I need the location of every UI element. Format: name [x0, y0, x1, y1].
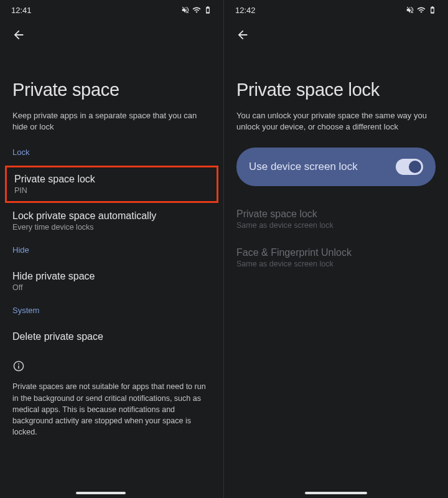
- setting-title: Hide private space: [12, 271, 211, 282]
- screen-private-space-lock: 12:42 Private space lock You can unlock …: [224, 0, 448, 498]
- setting-delete-space[interactable]: Delete private space: [12, 324, 211, 351]
- nav-handle[interactable]: [305, 492, 367, 494]
- page-title: Private space lock: [236, 80, 436, 100]
- option-sub: Same as device screen lock: [236, 221, 436, 230]
- status-bar: 12:41: [0, 0, 223, 20]
- setting-auto-lock[interactable]: Lock private space automatically Every t…: [12, 203, 211, 239]
- option-private-space-lock: Private space lock Same as device screen…: [236, 202, 436, 241]
- setting-title: Delete private space: [12, 331, 211, 342]
- wifi-icon: [417, 6, 426, 14]
- status-bar: 12:42: [224, 0, 448, 20]
- option-title: Private space lock: [236, 209, 436, 220]
- setting-title: Lock private space automatically: [12, 210, 211, 222]
- section-header-lock: Lock: [12, 148, 211, 157]
- arrow-left-icon: [236, 28, 250, 42]
- back-button[interactable]: [11, 27, 26, 42]
- info-icon: [12, 360, 211, 375]
- setting-sub: Off: [12, 283, 211, 292]
- page-subtitle: Keep private apps in a separate space th…: [12, 110, 211, 133]
- battery-icon: [428, 6, 437, 14]
- mute-icon: [181, 6, 190, 14]
- toggle-use-device-lock[interactable]: Use device screen lock: [236, 148, 436, 186]
- setting-sub: PIN: [14, 186, 209, 195]
- status-icons: [181, 6, 212, 14]
- back-row: [224, 20, 448, 46]
- toggle-label: Use device screen lock: [249, 161, 358, 173]
- info-text: Private spaces are not suitable for apps…: [12, 381, 211, 438]
- content-left: Private space Keep private apps in a sep…: [0, 46, 223, 498]
- status-time: 12:42: [235, 6, 256, 15]
- arrow-left-icon: [12, 28, 26, 42]
- switch-on[interactable]: [396, 159, 423, 175]
- content-right: Private space lock You can unlock your p…: [224, 46, 448, 498]
- screen-private-space: 12:41 Private space Keep private apps in…: [0, 0, 224, 498]
- page-title: Private space: [12, 80, 211, 100]
- setting-private-space-lock[interactable]: Private space lock PIN: [5, 166, 218, 203]
- setting-sub: Every time device locks: [12, 223, 211, 232]
- section-header-hide: Hide: [12, 245, 211, 255]
- mute-icon: [406, 6, 414, 14]
- back-row: [0, 20, 223, 46]
- setting-hide-space[interactable]: Hide private space Off: [12, 263, 211, 299]
- option-title: Face & Fingerprint Unlock: [236, 247, 436, 258]
- switch-knob: [409, 161, 421, 173]
- battery-icon: [203, 6, 212, 14]
- setting-title: Private space lock: [14, 174, 209, 185]
- back-button[interactable]: [235, 27, 250, 42]
- nav-handle[interactable]: [76, 492, 126, 494]
- status-time: 12:41: [11, 6, 32, 15]
- option-face-fingerprint: Face & Fingerprint Unlock Same as device…: [236, 241, 436, 280]
- wifi-icon: [192, 6, 201, 14]
- page-subtitle: You can unlock your private space the sa…: [236, 110, 436, 133]
- section-header-system: System: [12, 306, 211, 315]
- status-icons: [406, 6, 437, 14]
- option-sub: Same as device screen lock: [236, 260, 436, 268]
